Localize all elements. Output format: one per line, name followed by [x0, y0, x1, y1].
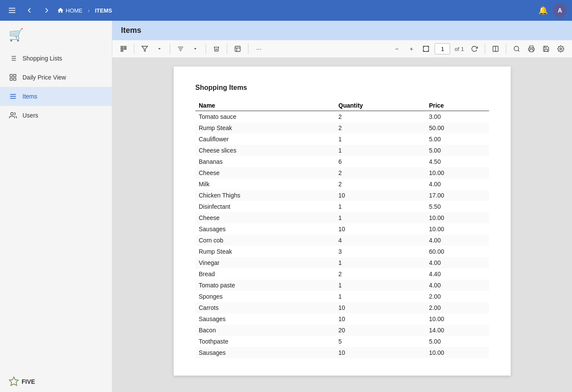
cell-quantity: 2 [335, 122, 426, 134]
table-row: Tomato sauce 2 3.00 [195, 111, 489, 123]
table-row: Corn cob 4 4.00 [195, 235, 489, 246]
sort-button[interactable] [175, 43, 187, 55]
more-button[interactable]: ··· [253, 43, 265, 55]
cell-price: 4.00 [426, 280, 489, 291]
svg-marker-29 [194, 48, 197, 50]
search-button[interactable] [511, 43, 523, 55]
sidebar-nav: Shopping Lists Daily Price View Items Us… [0, 49, 112, 371]
svg-rect-12 [10, 78, 12, 80]
cell-quantity: 6 [335, 156, 426, 167]
cell-price: 4.00 [426, 178, 489, 190]
print-button[interactable] [525, 43, 537, 55]
breadcrumb-separator: › [88, 7, 90, 14]
col-header-price: Price [426, 100, 489, 111]
table-row: Carrots 10 2.00 [195, 302, 489, 313]
report-page: Shopping Items Name Quantity Price Tomat… [174, 67, 511, 376]
table-row: Cauliflower 1 5.00 [195, 134, 489, 145]
save-button[interactable] [540, 43, 552, 55]
forward-button[interactable] [40, 3, 54, 17]
cell-price: 4.50 [426, 156, 489, 167]
cell-name: Sausages [195, 223, 335, 235]
table-row: Chicken Thighs 10 17.00 [195, 190, 489, 201]
cell-price: 4.00 [426, 257, 489, 268]
cell-price: 10.00 [426, 167, 489, 178]
svg-rect-19 [121, 46, 123, 48]
five-brand-label: FIVE [22, 378, 35, 385]
table-row: Sausages 10 10.00 [195, 347, 489, 358]
cell-quantity: 2 [335, 111, 426, 123]
filter-dropdown-button[interactable] [153, 43, 165, 55]
cell-name: Disinfectant [195, 201, 335, 212]
sidebar-item-users[interactable]: Users [0, 106, 112, 125]
cell-quantity: 2 [335, 167, 426, 178]
report-body: Shopping Items Name Quantity Price Tomat… [112, 58, 572, 392]
cell-name: Sausages [195, 347, 335, 358]
cell-quantity: 5 [335, 336, 426, 347]
cell-name: Chicken Thighs [195, 190, 335, 201]
layout-button[interactable] [232, 43, 244, 55]
cell-price: 2.00 [426, 302, 489, 313]
sidebar-item-items[interactable]: Items [0, 87, 112, 106]
cell-quantity: 1 [335, 257, 426, 268]
filter-button[interactable] [139, 43, 151, 55]
cell-price: 3.00 [426, 111, 489, 123]
cell-price: 10.00 [426, 347, 489, 358]
cell-price: 10.00 [426, 223, 489, 235]
table-row: Tomato paste 1 4.00 [195, 280, 489, 291]
table-row: Sausages 10 10.00 [195, 223, 489, 235]
cell-price: 5.00 [426, 336, 489, 347]
settings-button[interactable] [555, 43, 567, 55]
svg-rect-10 [14, 74, 16, 76]
sidebar-item-shopping-lists[interactable]: Shopping Lists [0, 49, 112, 68]
svg-marker-18 [9, 376, 19, 387]
fit-page-button[interactable] [420, 43, 432, 55]
refresh-button[interactable] [468, 43, 480, 55]
svg-rect-21 [121, 50, 123, 51]
table-row: Cheese 1 10.00 [195, 212, 489, 223]
page-number-input[interactable]: 1 [435, 43, 450, 54]
svg-rect-20 [121, 48, 123, 50]
cell-price: 60.00 [426, 246, 489, 257]
table-row: Bananas 6 4.50 [195, 156, 489, 167]
cell-name: Rump Steak [195, 246, 335, 257]
table-row: Bacon 20 14.00 [195, 325, 489, 336]
menu-icon[interactable] [5, 3, 19, 17]
tb-sep-3 [206, 44, 206, 54]
avatar[interactable]: A [553, 3, 567, 17]
cell-quantity: 1 [335, 291, 426, 302]
cell-price: 4.40 [426, 268, 489, 280]
svg-rect-22 [124, 46, 126, 48]
cell-quantity: 10 [335, 223, 426, 235]
table-row: Bread 2 4.40 [195, 268, 489, 280]
sort-dropdown-button[interactable] [189, 43, 201, 55]
tb-sep-4 [227, 44, 227, 54]
cell-price: 5.00 [426, 145, 489, 156]
shopping-lists-icon [9, 54, 17, 63]
split-view-button[interactable] [489, 43, 502, 55]
tb-sep-right-1 [506, 44, 506, 54]
cell-quantity: 1 [335, 134, 426, 145]
sidebar-item-daily-price-view[interactable]: Daily Price View [0, 68, 112, 87]
cell-name: Tomato paste [195, 280, 335, 291]
back-button[interactable] [22, 3, 36, 17]
table-row: Sponges 1 2.00 [195, 291, 489, 302]
main-layout: 🛒 Shopping Lists Daily Price View Items [0, 21, 572, 392]
cell-quantity: 1 [335, 145, 426, 156]
cell-quantity: 2 [335, 268, 426, 280]
svg-rect-33 [423, 46, 429, 51]
clear-button[interactable] [210, 43, 222, 55]
notification-bell-icon[interactable]: 🔔 [538, 6, 548, 15]
group-by-button[interactable] [118, 43, 130, 55]
svg-line-37 [518, 50, 519, 51]
cell-quantity: 3 [335, 246, 426, 257]
tb-sep-6 [485, 44, 485, 54]
cell-quantity: 10 [335, 302, 426, 313]
zoom-out-button[interactable]: − [391, 43, 403, 55]
zoom-in-button[interactable]: + [405, 43, 417, 55]
cell-name: Milk [195, 178, 335, 190]
page-title: Items [121, 26, 141, 35]
home-breadcrumb[interactable]: HOME [57, 7, 83, 14]
cell-name: Cheese [195, 212, 335, 223]
five-logo-area: FIVE [0, 371, 112, 392]
cell-name: Carrots [195, 302, 335, 313]
